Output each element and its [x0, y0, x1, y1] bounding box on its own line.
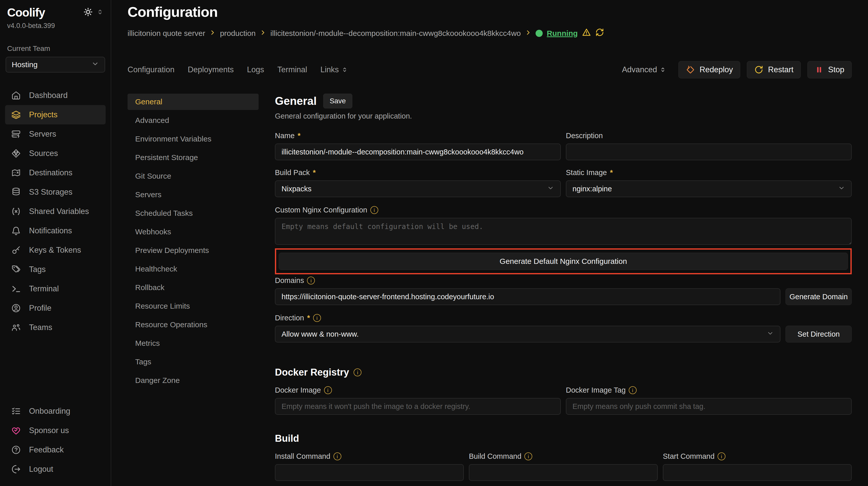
sidebar-item-projects[interactable]: Projects [5, 105, 106, 124]
sidebar-item-sources[interactable]: Sources [5, 144, 106, 163]
subnav-item-metrics[interactable]: Metrics [127, 335, 259, 351]
custom-nginx-label: Custom Nginx Configuration [275, 206, 852, 214]
info-icon[interactable] [334, 452, 341, 460]
subnav-item-healthcheck[interactable]: Healthcheck [127, 261, 259, 277]
generate-nginx-config-button[interactable]: Generate Default Nginx Configuration [279, 253, 848, 270]
subnav-item-servers[interactable]: Servers [127, 187, 259, 203]
breadcrumb-application[interactable]: illicitestonion/-module--decomposition:m… [270, 29, 521, 38]
status-link[interactable]: Running [547, 29, 578, 38]
subnav-item-rollback[interactable]: Rollback [127, 280, 259, 296]
build-pack-select[interactable]: Nixpacks [275, 181, 561, 197]
checklist-icon [11, 407, 21, 416]
direction-select[interactable]: Allow www & non-www. [275, 326, 780, 343]
tab-bar: Configuration Deployments Logs Terminal … [127, 61, 852, 78]
subnav-item-persistent-storage[interactable]: Persistent Storage [127, 149, 259, 166]
chevrons-up-down-icon [341, 66, 348, 73]
sidebar-item-destinations[interactable]: Destinations [5, 163, 106, 183]
subnav-item-resource-limits[interactable]: Resource Limits [127, 298, 259, 314]
sidebar-item-notifications[interactable]: Notifications [5, 221, 106, 240]
sidebar-item-onboarding[interactable]: Onboarding [5, 401, 106, 421]
heart-hands-icon [11, 426, 21, 435]
sidebar-item-dashboard[interactable]: Dashboard [5, 86, 106, 105]
sidebar-item-s3-storages[interactable]: S3 Storages [5, 183, 106, 202]
user-circle-icon [11, 303, 21, 313]
install-command-label: Install Command [275, 452, 464, 460]
tab-configuration[interactable]: Configuration [127, 65, 174, 74]
team-select-value: Hosting [12, 60, 38, 69]
subnav-item-tags[interactable]: Tags [127, 354, 259, 370]
refresh-icon[interactable] [595, 28, 604, 39]
generate-domain-button[interactable]: Generate Domain [785, 288, 852, 305]
info-icon[interactable] [524, 452, 532, 460]
database-icon [11, 187, 21, 197]
layers-icon [11, 110, 21, 120]
advanced-dropdown[interactable]: Advanced [622, 65, 666, 74]
build-command-input[interactable] [469, 464, 658, 481]
tab-terminal[interactable]: Terminal [277, 65, 307, 74]
description-label: Description [566, 132, 852, 140]
info-icon[interactable] [307, 277, 315, 285]
subnav-item-environment-variables[interactable]: Environment Variables [127, 131, 259, 147]
info-icon[interactable] [353, 368, 362, 376]
docker-image-tag-input[interactable] [566, 398, 852, 415]
save-button[interactable]: Save [323, 94, 352, 108]
tab-links[interactable]: Links [320, 65, 348, 74]
subnav-item-advanced[interactable]: Advanced [127, 112, 259, 129]
tab-logs[interactable]: Logs [247, 65, 264, 74]
section-heading-build: Build [275, 433, 299, 444]
team-select[interactable]: Hosting [6, 57, 105, 72]
sidebar-item-servers[interactable]: Servers [5, 124, 106, 144]
chevron-down-icon [547, 185, 554, 193]
domains-input[interactable] [275, 288, 780, 305]
redeploy-button[interactable]: Redeploy [678, 61, 740, 78]
subnav-item-general[interactable]: General [127, 94, 259, 110]
stop-button[interactable]: Stop [807, 61, 852, 78]
sidebar-item-logout[interactable]: Logout [5, 459, 106, 479]
warning-triangle-icon[interactable] [582, 28, 591, 39]
info-icon[interactable] [313, 314, 321, 322]
set-direction-button[interactable]: Set Direction [785, 326, 852, 343]
subnav-item-preview-deployments[interactable]: Preview Deployments [127, 242, 259, 259]
domains-label: Domains [275, 276, 852, 285]
docker-image-input[interactable] [275, 398, 561, 415]
subnav-item-danger-zone[interactable]: Danger Zone [127, 372, 259, 389]
start-command-input[interactable] [663, 464, 852, 481]
docker-image-tag-label: Docker Image Tag [566, 386, 852, 394]
description-input[interactable] [566, 143, 852, 160]
status-dot [535, 30, 543, 37]
sidebar-item-tags[interactable]: Tags [5, 260, 106, 279]
static-image-select[interactable]: nginx:alpine [566, 181, 852, 197]
sidebar-item-sponsor-us[interactable]: Sponsor us [5, 421, 106, 440]
install-command-input[interactable] [275, 464, 464, 481]
chevron-down-icon [767, 330, 774, 339]
git-source-icon [11, 149, 21, 158]
sidebar-item-keys-tokens[interactable]: Keys & Tokens [5, 240, 106, 260]
tab-deployments[interactable]: Deployments [188, 65, 234, 74]
sidebar-item-shared-variables[interactable]: Shared Variables [5, 202, 106, 221]
subnav-item-scheduled-tasks[interactable]: Scheduled Tasks [127, 205, 259, 221]
stop-icon [815, 65, 824, 74]
breadcrumb-environment[interactable]: production [220, 29, 255, 38]
map-icon [11, 168, 21, 177]
main-content: Configuration illicitonion quote server … [111, 0, 868, 486]
chevron-down-icon [91, 60, 99, 69]
subnav-item-resource-operations[interactable]: Resource Operations [127, 317, 259, 333]
sidebar-item-feedback[interactable]: Feedback [5, 440, 106, 459]
sidebar-collapse-chevrons-icon[interactable] [96, 8, 103, 17]
restart-button[interactable]: Restart [747, 61, 801, 78]
subnav-item-git-source[interactable]: Git Source [127, 168, 259, 184]
sidebar-item-terminal[interactable]: Terminal [5, 279, 106, 298]
custom-nginx-textarea[interactable] [275, 218, 852, 245]
info-icon[interactable] [718, 452, 725, 460]
sidebar-item-teams[interactable]: Teams [5, 318, 106, 337]
subnav-item-webhooks[interactable]: Webhooks [127, 224, 259, 240]
sidebar-item-profile[interactable]: Profile [5, 298, 106, 318]
info-icon[interactable] [629, 386, 637, 394]
general-form: General Save General configuration for y… [275, 94, 852, 486]
breadcrumb-project[interactable]: illicitonion quote server [127, 29, 205, 38]
name-input[interactable] [275, 143, 561, 160]
info-icon[interactable] [370, 206, 378, 214]
info-icon[interactable] [324, 386, 332, 394]
theme-toggle-sun-icon[interactable] [83, 7, 93, 18]
terminal-icon [11, 284, 21, 294]
